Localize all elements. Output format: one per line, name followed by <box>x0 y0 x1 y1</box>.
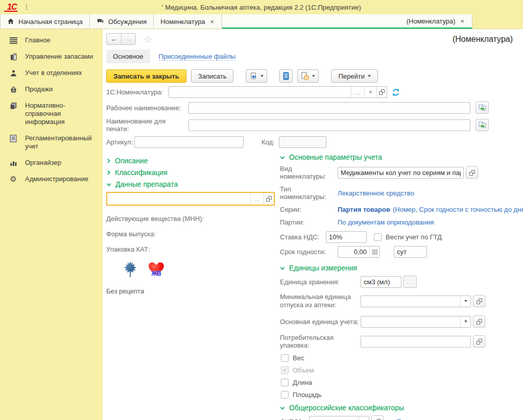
database-stack-button[interactable] <box>279 69 293 83</box>
gtd-checkbox-row: Вести учет по ГТД <box>374 233 442 241</box>
open-button[interactable] <box>264 193 274 205</box>
stack-icon <box>283 72 289 80</box>
document-history-button[interactable] <box>297 69 319 83</box>
tab-nomenclature-item-active[interactable]: (Номенклатура) × <box>222 14 472 29</box>
sidebar-item-organizer[interactable]: Органайзер <box>0 155 103 171</box>
form-header: ← → ☆ (Номенклатура) <box>106 33 518 45</box>
min-unit-input[interactable] <box>361 296 460 307</box>
okpd2-note-link[interactable]: Препараты противоопухолевые <box>396 418 494 420</box>
goto-button[interactable]: Перейти <box>331 69 378 83</box>
row-nomenclature-type: Тип номенклатуры: Лекарственное средство <box>280 185 523 201</box>
open-kind-button[interactable] <box>466 166 478 179</box>
open-consumer-pack-button[interactable] <box>473 335 485 348</box>
sync-button[interactable] <box>392 88 400 96</box>
series-note-link[interactable]: (Номер, Срок годности с точностью до дне… <box>393 206 523 213</box>
copy-print-name-button[interactable] <box>476 119 489 131</box>
open-base-unit-button[interactable] <box>473 315 485 328</box>
gtd-checkbox[interactable] <box>374 233 382 241</box>
weight-checkbox-label: Вес <box>293 354 304 362</box>
tab-nomenclature[interactable]: Номенклатура × <box>154 14 222 29</box>
dropdown-caret-icon <box>260 75 264 77</box>
base-unit-combobox <box>361 316 471 328</box>
forward-button[interactable]: → <box>121 34 135 44</box>
section-units[interactable]: Единицы измерения <box>280 264 523 272</box>
combo-dropdown-button[interactable] <box>359 416 369 420</box>
clear-button[interactable]: × <box>364 87 376 97</box>
nav-link-attached-files[interactable]: Присоединенные файлы <box>159 53 236 61</box>
field-row-working-name: Рабочее наименование: <box>106 102 518 114</box>
sidebar-item-inventory[interactable]: Управление запасами <box>0 48 103 65</box>
drug-search-input[interactable] <box>107 193 250 205</box>
kind-input[interactable] <box>338 167 463 178</box>
combo-dropdown-button[interactable] <box>460 296 470 307</box>
shelf-life-inputbox <box>338 246 380 258</box>
open-in-window-icon <box>477 299 482 304</box>
calculator-button[interactable] <box>369 246 379 257</box>
print-name-input[interactable] <box>189 120 470 131</box>
area-checkbox[interactable] <box>281 391 289 399</box>
length-checkbox[interactable] <box>281 379 289 386</box>
section-drug-data[interactable]: Данные препарата <box>106 180 276 188</box>
back-button[interactable]: ← <box>107 34 121 44</box>
sidebar-item-reference[interactable]: Нормативно-справочная информация <box>0 97 103 130</box>
series-link[interactable]: Партия товаров <box>338 206 390 213</box>
batches-link[interactable]: По документам оприходования <box>338 218 434 226</box>
section-classifiers[interactable]: Общероссийские классификаторы <box>280 404 523 412</box>
section-description[interactable]: Описание <box>106 157 276 165</box>
tab-home[interactable]: Начальная страница <box>0 14 90 29</box>
nomenclature-1c-input[interactable] <box>169 87 351 97</box>
working-name-input[interactable] <box>189 103 470 113</box>
tab-close-icon[interactable]: × <box>460 17 466 25</box>
tab-close-icon[interactable]: × <box>209 18 216 26</box>
save-and-close-button[interactable]: Записать и закрыть <box>106 69 186 83</box>
code-input[interactable] <box>279 137 326 147</box>
field-label: Потребительская упаковка: <box>280 334 361 349</box>
row-nomenclature-kind: Вид номенклатуры: <box>280 165 523 180</box>
sidebar-item-label: Управление запасами <box>25 53 93 61</box>
consumer-pack-inputbox <box>361 336 471 348</box>
shelf-unit-input[interactable] <box>394 246 426 257</box>
choose-button[interactable]: ... <box>250 193 264 205</box>
main-menu-kebab-icon[interactable] <box>25 3 29 11</box>
dimension-checkboxes: Вес Объем Длина Площадь <box>280 354 523 399</box>
chevron-down-icon <box>280 266 285 270</box>
field-label: ОКПД2: <box>280 418 309 420</box>
choose-button[interactable]: ... <box>351 87 364 97</box>
section-main-params[interactable]: Основные параметры учета <box>280 153 523 161</box>
copy-name-button[interactable] <box>476 102 489 114</box>
shelf-life-input[interactable] <box>338 246 369 257</box>
field-label: Срок годности: <box>280 248 338 256</box>
section-classification[interactable]: Классификация <box>106 168 276 177</box>
sidebar-item-main[interactable]: Главное <box>0 32 103 48</box>
sidebar-item-administration[interactable]: ⚙ Администрирование <box>0 171 103 187</box>
tab-discussions[interactable]: Обсуждения <box>90 14 154 29</box>
save-button[interactable]: Записать <box>191 69 234 83</box>
storage-unit-input[interactable] <box>361 277 401 287</box>
sidebar-item-departments[interactable]: Учет в отделениях <box>0 65 103 81</box>
sidebar-item-label: Регламентированный учет <box>25 134 98 151</box>
open-button[interactable] <box>376 87 387 97</box>
vat-inputbox <box>326 231 367 243</box>
form-toolbar: Записать и закрыть Записать Перейти <box>106 69 518 83</box>
base-unit-input[interactable] <box>361 316 460 327</box>
form-title: (Номенклатура) <box>453 35 518 44</box>
vat-input[interactable] <box>326 232 366 242</box>
open-min-unit-button[interactable] <box>473 295 485 307</box>
open-in-window-icon <box>469 170 475 176</box>
sidebar-item-sales[interactable]: Продажи <box>0 81 103 97</box>
combo-dropdown-button[interactable] <box>460 316 470 327</box>
chevron-down-icon <box>280 406 285 410</box>
field-label: Единица хранения: <box>280 278 361 286</box>
favorite-star-icon[interactable]: ☆ <box>143 34 152 44</box>
nomenclature-type-link[interactable]: Лекарственное средство <box>338 189 414 197</box>
nav-tab-main[interactable]: Основное <box>106 50 150 63</box>
vital-drug-heart-icon: ЖВ <box>148 261 165 278</box>
sidebar-item-regulated[interactable]: Регламентированный учет <box>0 130 103 155</box>
consumer-pack-input[interactable] <box>361 336 470 347</box>
okpd2-input[interactable] <box>310 416 359 420</box>
weight-checkbox[interactable] <box>281 354 289 362</box>
open-okpd2-button[interactable] <box>371 415 384 420</box>
load-from-catalog-button[interactable] <box>246 69 267 83</box>
article-input[interactable] <box>135 137 243 147</box>
storage-unit-choose-button[interactable]: ... <box>403 276 417 288</box>
